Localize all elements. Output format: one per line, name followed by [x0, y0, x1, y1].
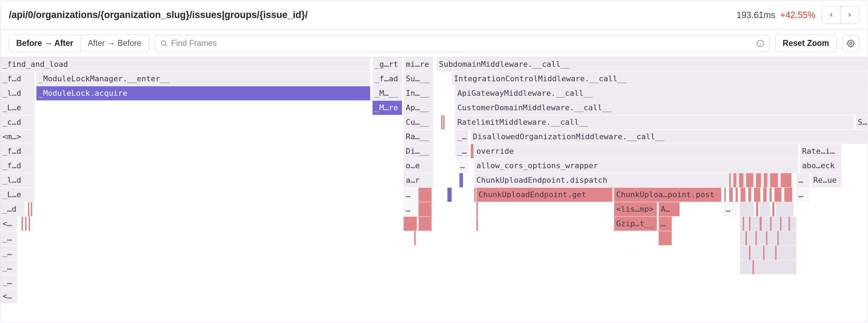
chevron-left-icon	[828, 12, 834, 18]
flame-frame[interactable]: In…__	[404, 86, 433, 100]
flame-frame[interactable]: DisallowedOrganizationMiddleware.__call_…	[471, 130, 868, 144]
flame-frame[interactable]: …	[404, 202, 417, 216]
svg-point-5	[850, 42, 852, 45]
flame-frame[interactable]: Su…__	[404, 72, 433, 86]
next-button[interactable]	[840, 6, 859, 23]
flame-frame[interactable]: _c…d	[0, 115, 35, 129]
svg-line-1	[165, 45, 167, 46]
flame-frame[interactable]: _M…__	[373, 86, 402, 100]
flame-frame[interactable]: abo…eck	[800, 159, 842, 173]
flame-frame[interactable]: a…r	[404, 173, 433, 187]
reset-zoom-button[interactable]: Reset Zoom	[775, 35, 837, 52]
flame-frame[interactable]: …	[724, 202, 737, 216]
flame-frame[interactable]: Re…ue	[811, 173, 842, 187]
flame-frame[interactable]: …	[796, 188, 810, 202]
flame-frame[interactable]: _…	[0, 231, 17, 245]
flame-frame[interactable]: …	[404, 188, 417, 202]
flame-frame[interactable]: SubdomainMiddleware.__call__	[437, 57, 868, 71]
flame-frame[interactable]: _l…d	[0, 173, 35, 187]
flame-graph[interactable]: _find_and_load _f…d _ModuleLockManager._…	[0, 57, 868, 323]
time-delta: +42.55%	[780, 10, 815, 20]
endpoint-path: /api/0/organizations/{organization_slug}…	[9, 10, 737, 20]
flame-frame[interactable]: _ModuleLockManager.__enter__	[36, 72, 370, 86]
chevron-right-icon	[846, 12, 853, 18]
flame-frame[interactable]: Cu…__	[404, 115, 433, 129]
after-before-button[interactable]: After → Before	[81, 35, 148, 52]
flame-frame[interactable]: _…	[455, 130, 469, 144]
flame-frame[interactable]: ChunkUploadEndpoint.dispatch	[474, 173, 792, 187]
flame-frame[interactable]: _…	[455, 144, 469, 158]
flame-frame[interactable]: ApiGatewayMiddleware.__call__	[455, 86, 868, 100]
search-input-wrap	[155, 35, 770, 52]
flame-frame[interactable]: o…e	[404, 159, 433, 173]
svg-point-0	[161, 41, 166, 45]
flame-frame[interactable]	[418, 188, 432, 202]
flame-frame[interactable]: A…	[659, 202, 680, 216]
flame-frame[interactable]: allow_cors_options_wrapper	[474, 159, 798, 173]
flame-frame[interactable]	[404, 217, 417, 231]
flame-frame[interactable]: _find_and_load	[0, 57, 370, 71]
flame-frame[interactable]	[659, 231, 672, 245]
flame-frame[interactable]: _…	[0, 275, 17, 289]
flame-frame[interactable]: override	[474, 144, 798, 158]
flame-frame[interactable]	[418, 217, 432, 231]
flame-frame[interactable]: _f…d	[0, 144, 35, 158]
flame-frame[interactable]: _f…ad	[373, 72, 402, 86]
before-after-button[interactable]: Before → After	[9, 35, 81, 52]
flame-frame[interactable]: …	[659, 217, 672, 231]
prev-button[interactable]	[822, 6, 840, 23]
flame-frame[interactable]: _f…d	[0, 159, 35, 173]
flame-frame[interactable]: S…	[856, 115, 868, 129]
flame-frame[interactable]: _ModuleLock.acquire	[36, 86, 370, 100]
diff-direction-toggle: Before → After After → Before	[9, 35, 149, 52]
flame-frame[interactable]: Di…__	[404, 144, 433, 158]
nav-arrows	[822, 6, 859, 24]
flame-frame[interactable]: <…	[0, 289, 17, 303]
flame-frame[interactable]: <lis…mp>	[614, 202, 657, 216]
flame-frame[interactable]: CustomerDomainMiddleware.__call__	[455, 101, 868, 115]
gear-icon	[847, 40, 855, 47]
info-icon[interactable]	[756, 40, 764, 47]
total-time: 193.61ms	[737, 10, 775, 20]
flame-frame[interactable]: Ra…__	[404, 130, 433, 144]
flame-frame[interactable]: …	[458, 159, 469, 173]
flame-frame[interactable]: IntegrationControlMiddleware.__call__	[452, 72, 868, 86]
flame-frame[interactable]: ChunkUploadEndpoint.get	[476, 188, 613, 202]
flame-frame[interactable]: Gzip…t__	[614, 217, 657, 231]
flame-frame[interactable]: _L…e	[0, 188, 35, 202]
flame-frame[interactable]: _…	[0, 260, 17, 274]
flame-frame[interactable]: _…	[0, 246, 17, 260]
flame-frame[interactable]: _M…re	[373, 101, 402, 115]
flame-frame[interactable]: _…d	[0, 202, 25, 216]
flame-frame[interactable]: <m…>	[0, 130, 35, 144]
flame-frame[interactable]: mi…re	[404, 57, 433, 71]
flame-frame[interactable]: RatelimitMiddleware.__call__	[455, 115, 854, 129]
flame-frame[interactable]: _f…d	[0, 72, 35, 86]
flame-frame[interactable]: Ap…__	[404, 101, 433, 115]
flame-frame[interactable]: _l…d	[0, 86, 35, 100]
search-icon	[160, 40, 168, 47]
flame-frame[interactable]: _g…rt	[373, 57, 402, 71]
flame-frame[interactable]: <…	[0, 217, 17, 231]
search-input[interactable]	[171, 38, 757, 48]
flame-frame[interactable]: _L…e	[0, 101, 35, 115]
settings-button[interactable]	[842, 35, 859, 52]
flame-frame[interactable]	[418, 202, 432, 216]
flame-frame[interactable]: Rate…iew	[800, 144, 842, 158]
flame-frame[interactable]: ChunkUploa…point.post	[614, 188, 721, 202]
flame-frame[interactable]: …	[796, 173, 810, 187]
